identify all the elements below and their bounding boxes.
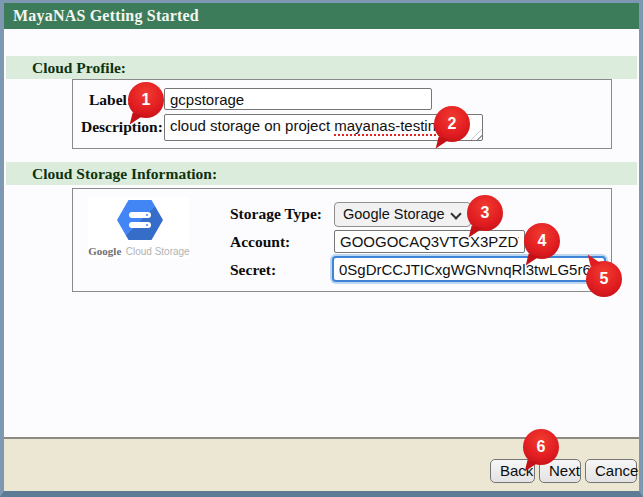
description-text: cloud storage on project — [170, 117, 334, 134]
getting-started-window: MayaNAS Getting Started Cloud Profile: L… — [0, 0, 643, 497]
window-titlebar: MayaNAS Getting Started — [4, 3, 639, 29]
callout-1-badge: 1 — [128, 82, 164, 118]
window-title: MayaNAS Getting Started — [13, 7, 199, 24]
account-label: Account: — [230, 233, 290, 251]
gcs-bar-icon — [129, 222, 151, 228]
gcs-bar-icon — [129, 212, 151, 218]
callout-1-number: 1 — [142, 91, 151, 108]
callout-2-number: 2 — [448, 115, 457, 132]
storage-type-select[interactable]: Google Storage — [334, 202, 471, 227]
callout-6-badge: 6 — [523, 429, 559, 465]
section-header-cloud-profile: Cloud Profile: — [6, 56, 637, 79]
callout-4-badge: 4 — [524, 223, 560, 259]
callout-2-badge: 2 — [434, 106, 470, 142]
google-cloud-storage-logo: Google Cloud Storage — [88, 197, 190, 259]
section-header-cloud-storage-information: Cloud Storage Information: — [6, 162, 637, 185]
cloud-profile-heading: Cloud Profile: — [32, 59, 126, 76]
secret-label: Secret: — [230, 261, 276, 279]
callout-3-number: 3 — [481, 204, 490, 221]
callout-5-number: 5 — [600, 270, 609, 287]
chevron-down-icon — [450, 208, 461, 219]
gcs-logo-product: Cloud Storage — [126, 246, 190, 257]
gcs-hexagon-icon — [117, 200, 163, 240]
gcs-logo-brand: Google — [88, 245, 121, 257]
callout-3-badge: 3 — [467, 195, 503, 231]
gcs-logo-caption: Google Cloud Storage — [88, 241, 190, 259]
description-text-misspelled: mayanas-testing — [334, 117, 444, 136]
callout-4-number: 4 — [538, 232, 547, 249]
label-field-label: Label: — [89, 91, 132, 109]
callout-5-badge: 5 — [586, 261, 622, 297]
storage-type-label: Storage Type: — [230, 205, 322, 223]
cancel-button[interactable]: Cancel — [585, 459, 637, 483]
description-field-label: Description: — [81, 118, 163, 136]
storage-type-selected-value: Google Storage — [343, 206, 445, 222]
label-input[interactable] — [164, 88, 432, 110]
callout-6-number: 6 — [537, 438, 546, 455]
account-input[interactable] — [334, 230, 525, 253]
callout-2-tail — [436, 137, 450, 151]
cloud-storage-heading: Cloud Storage Information: — [32, 165, 217, 182]
gcs-hexagon-shadow — [117, 200, 163, 240]
secret-input[interactable] — [332, 256, 606, 282]
